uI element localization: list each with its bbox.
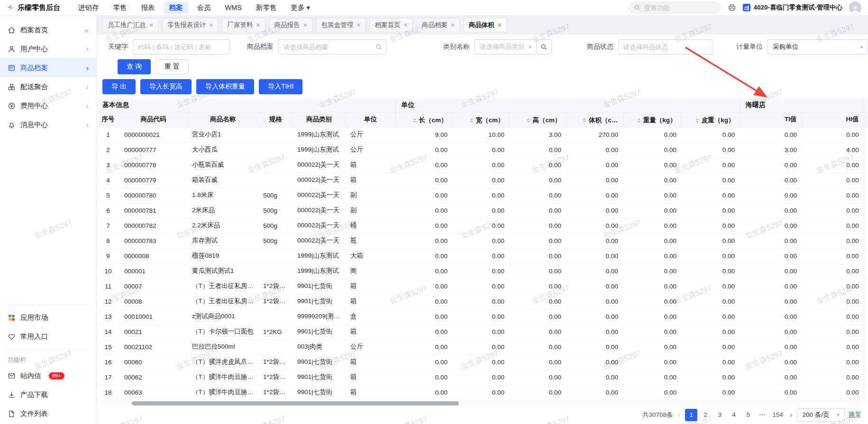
sidebar-item-file-list[interactable]: 文件列表	[0, 404, 96, 423]
table-row[interactable]: 4000000779箱装百威000022|美一天箱0.000.000.000.0…	[97, 172, 868, 188]
column-header-tare[interactable]: 皮重（kg）	[681, 112, 740, 127]
column-header-width[interactable]: 宽（cm）	[452, 112, 509, 127]
column-header-ti[interactable]: TI值	[740, 112, 802, 127]
sort-icon[interactable]	[637, 118, 641, 123]
collapse-sidebar-icon[interactable]: «	[85, 26, 89, 34]
printer-icon[interactable]	[728, 3, 736, 12]
horizontal-scrollbar[interactable]	[101, 401, 863, 406]
keyword-input[interactable]	[133, 39, 230, 54]
tab-8[interactable]: 商品体积×	[464, 18, 507, 32]
function-search[interactable]	[628, 1, 721, 14]
search-input[interactable]	[644, 4, 710, 11]
table-row[interactable]: 2000000777大小西瓜1999|山东测试公斤0.000.000.000.0…	[97, 142, 868, 157]
column-header-unit[interactable]: 单位	[346, 112, 395, 127]
column-header-height[interactable]: 高（cm）	[509, 112, 566, 127]
table-row[interactable]: 1100007（T）王者出征私房…1*2袋*…9901|七货街箱0.000.00…	[97, 279, 868, 294]
scrollbar-thumb[interactable]	[132, 401, 459, 406]
close-icon[interactable]: ×	[256, 22, 260, 28]
search-icon[interactable]	[375, 44, 382, 50]
column-header-length[interactable]: 长（cm）	[395, 112, 452, 127]
product-archive-input[interactable]	[278, 39, 386, 54]
table-row[interactable]: 1300010001z测试商品000199999209|测…盒0.000.000…	[97, 309, 868, 324]
reset-button[interactable]: 重 置	[155, 59, 189, 74]
menu-item-2[interactable]: 零售	[108, 2, 133, 14]
sort-icon[interactable]	[527, 118, 530, 123]
import-tihi-button[interactable]: 导入TIHI	[259, 79, 302, 94]
unit-select[interactable]: 采购单位 ▾	[767, 39, 868, 54]
table-row[interactable]: 70000007822.2米床品500g000022|美一天桶0.000.000…	[97, 218, 868, 233]
tab-7[interactable]: 商品档案×	[417, 18, 460, 32]
close-icon[interactable]: ×	[403, 22, 407, 28]
page-button-2[interactable]: 2	[699, 409, 712, 421]
next-page-icon[interactable]: ›	[789, 411, 794, 419]
sidebar-item-delivery[interactable]: 配送聚合 ›	[0, 77, 96, 96]
column-header-category[interactable]: 商品类别	[292, 112, 346, 127]
table-row[interactable]: 3000000778小瓶装百威000022|美一天箱0.000.000.000.…	[97, 157, 868, 172]
sidebar-item-inbox[interactable]: 站内信 99+	[0, 366, 96, 385]
table-row[interactable]: 1400021（T）卡尔顿一口面包1*2KG9901|七货街箱0.000.000…	[97, 324, 868, 339]
column-header-spec[interactable]: 规格	[258, 112, 292, 127]
tab-1[interactable]: 员工推广汇总×	[102, 18, 158, 32]
menu-item-6[interactable]: WMS	[219, 2, 247, 13]
tab-5[interactable]: 包装盒管理×	[316, 18, 366, 32]
tab-6[interactable]: 档案首页×	[369, 18, 412, 32]
page-size-select[interactable]: 200 条/页 ▾	[797, 408, 845, 422]
sidebar-item-app-market[interactable]: 应用市场	[0, 308, 96, 327]
import-lwh-button[interactable]: 导入长宽高	[140, 79, 192, 94]
column-header-code[interactable]: 商品代码	[119, 112, 187, 127]
category-search-button[interactable]	[537, 39, 552, 54]
tab-3[interactable]: 厂家资料×	[222, 18, 265, 32]
avatar[interactable]	[849, 1, 861, 14]
close-icon[interactable]: ×	[209, 22, 213, 28]
sort-icon[interactable]	[583, 118, 586, 123]
query-button[interactable]: 查 询	[118, 59, 151, 74]
sidebar-item-goods-archive[interactable]: 商品档案 ›	[0, 58, 96, 77]
table-row[interactable]: 8000000783库存测试500g000022|美一天瓶0.000.000.0…	[97, 233, 868, 248]
close-icon[interactable]: ×	[498, 22, 502, 28]
column-header-hi[interactable]: HI值	[802, 112, 864, 127]
close-icon[interactable]: ×	[451, 22, 455, 28]
tab-4[interactable]: 商品报告×	[269, 18, 312, 32]
page-button-1[interactable]: 1	[685, 409, 697, 421]
table-row[interactable]: 10000001黄瓜测试测试11999|山东测试阁0.000.000.000.0…	[97, 263, 868, 279]
menu-item-8[interactable]: 更多 ▾	[285, 2, 315, 14]
category-select[interactable]: 请选择商品类别 ▾	[475, 39, 537, 54]
close-icon[interactable]: ×	[356, 22, 360, 28]
close-icon[interactable]: ×	[303, 22, 307, 28]
store-selector[interactable]: 4020-喜临门零食测试-管理中心	[743, 3, 842, 12]
column-header-name[interactable]: 商品名称	[187, 112, 258, 127]
table-row[interactable]: 1500021102巴拉巴拉500ml003|肉类公斤0.000.000.000…	[97, 339, 868, 354]
sort-icon[interactable]	[470, 118, 474, 123]
column-header-seq[interactable]: 序号	[97, 112, 119, 127]
sidebar-item-favorites[interactable]: 常用入口	[0, 327, 96, 346]
column-header-volume[interactable]: 体积（c…	[566, 112, 623, 127]
table-row[interactable]: 60000007812米床品500g000022|美一天副0.000.000.0…	[97, 203, 868, 218]
table-row[interactable]: 1200008（T）王者出征私房…1*2袋*…9901|七货街箱0.000.00…	[97, 294, 868, 309]
menu-item-7[interactable]: 新零售	[250, 2, 283, 14]
sidebar-item-user-center[interactable]: 用户中心 ›	[0, 39, 96, 58]
sidebar-item-archive-home[interactable]: 档案首页 «	[0, 20, 96, 39]
menu-item-3[interactable]: 报表	[136, 2, 161, 14]
table-row[interactable]: 1800063（T）骥洋牛肉豆腩…1*2袋*…9901|七货街箱0.000.00…	[97, 385, 868, 400]
page-button-154[interactable]: 154	[770, 409, 785, 421]
page-button-5[interactable]: 5	[742, 409, 754, 421]
sidebar-item-downloads[interactable]: 产品下载	[0, 385, 96, 404]
table-row[interactable]: 10000000021营业小店11999|山东测试公斤9.0010.003.00…	[97, 127, 868, 142]
sidebar-item-message-center[interactable]: 消息中心 ›	[0, 115, 96, 134]
menu-item-4[interactable]: 档案	[164, 2, 189, 14]
brand[interactable]: 乐檬零售后台	[7, 3, 60, 12]
sort-icon[interactable]	[695, 118, 699, 123]
page-button-4[interactable]: 4	[728, 409, 740, 421]
page-ellipsis[interactable]: •••	[756, 409, 768, 421]
table-row[interactable]: 50000007801.8米床500g000022|美一天副0.000.000.…	[97, 188, 868, 203]
prev-page-icon[interactable]: ‹	[677, 411, 682, 419]
close-icon[interactable]: ×	[149, 22, 153, 28]
import-volume-weight-button[interactable]: 导入体积重量	[196, 79, 254, 94]
page-button-3[interactable]: 3	[713, 409, 726, 421]
table-row[interactable]: 90000008榴莲08191999|山东测试大箱0.000.000.000.0…	[97, 248, 868, 263]
menu-item-1[interactable]: 进销存	[73, 2, 105, 14]
menu-item-5[interactable]: 会员	[192, 2, 217, 14]
status-input[interactable]	[618, 39, 713, 54]
table-row[interactable]: 1700062（T）骥洋牛肉豆腩…1*2袋*…9901|七货街箱0.000.00…	[97, 370, 868, 385]
table-row[interactable]: 1600060（T）骥洋虎皮凤爪…1*2袋*…9901|七货街箱0.000.00…	[97, 354, 868, 370]
